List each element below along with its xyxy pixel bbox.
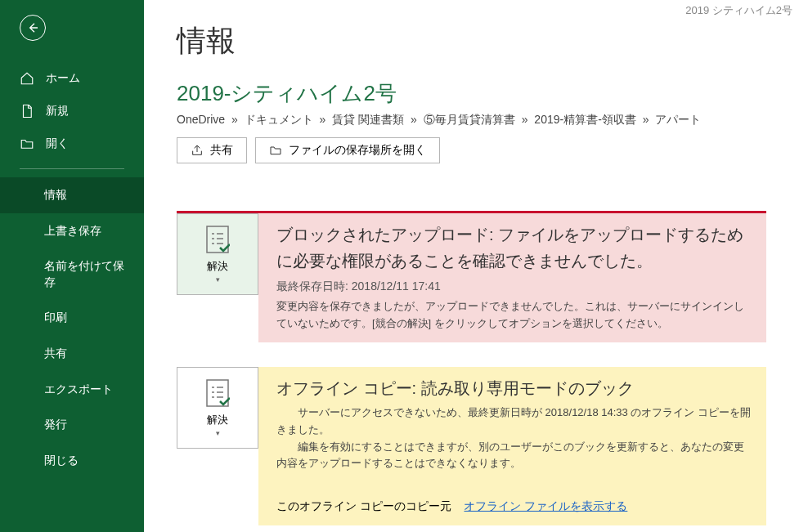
notice-line: サーバーにアクセスできないため、最終更新日時が 2018/12/18 14:33… bbox=[276, 405, 752, 439]
nav-save[interactable]: 上書き保存 bbox=[0, 213, 144, 249]
document-check-icon bbox=[205, 225, 230, 254]
main-content: 2019 シティハイム2号 情報 2019-シティハイム2号 OneDrive … bbox=[144, 0, 799, 532]
arrow-left-icon bbox=[26, 21, 39, 34]
resolve-button[interactable]: 解決 ▾ bbox=[177, 213, 258, 295]
notice-desc: 変更内容を保存できましたが、アップロードできませんでした。これは、サーバーにサイ… bbox=[276, 298, 752, 333]
nav-label: ホーム bbox=[46, 71, 80, 86]
nav-export[interactable]: エクスポート bbox=[0, 372, 144, 408]
folder-open-icon bbox=[269, 144, 282, 157]
button-label: ファイルの保存場所を開く bbox=[289, 143, 426, 158]
backstage-sidebar: ホーム 新規 開く 情報 上書き保存 名前を付けて保存 印刷 共有 エクスポート… bbox=[0, 0, 144, 532]
resolve-button[interactable]: 解決 ▾ bbox=[177, 367, 258, 449]
path-seg: ⑤毎月賃貸清算書 bbox=[424, 113, 515, 126]
path-seg: アパート bbox=[655, 113, 701, 126]
upload-blocked-notice: 解決 ▾ ブロックされたアップロード: ファイルをアップロードするために必要な権… bbox=[177, 211, 766, 342]
nav-home[interactable]: ホーム bbox=[0, 62, 144, 95]
home-icon bbox=[20, 71, 34, 86]
button-label: 共有 bbox=[210, 143, 233, 158]
nav-share[interactable]: 共有 bbox=[0, 336, 144, 372]
show-offline-file-link[interactable]: オフライン ファイルを表示する bbox=[464, 499, 627, 512]
nav-new[interactable]: 新規 bbox=[0, 95, 144, 127]
folder-open-icon bbox=[20, 136, 34, 151]
nav-label: 開く bbox=[46, 136, 69, 151]
nav-print[interactable]: 印刷 bbox=[0, 300, 144, 336]
back-button[interactable] bbox=[20, 15, 46, 41]
file-name: 2019-シティハイム2号 bbox=[177, 79, 766, 108]
path-seg: 賃貸 関連書類 bbox=[332, 113, 404, 126]
share-button[interactable]: 共有 bbox=[177, 137, 247, 163]
path-seg: OneDrive bbox=[177, 113, 225, 126]
chevron-down-icon: ▾ bbox=[216, 429, 220, 437]
share-icon bbox=[191, 144, 204, 157]
page-title: 情報 bbox=[177, 21, 766, 61]
titlebar-filename: 2019 シティハイム2号 bbox=[685, 3, 792, 18]
footer-label: このオフライン コピーのコピー元 bbox=[276, 499, 451, 512]
path-seg: ドキュメント bbox=[245, 113, 313, 126]
nav-close[interactable]: 閉じる bbox=[0, 443, 144, 479]
nav-open[interactable]: 開く bbox=[0, 127, 144, 160]
path-sep: » bbox=[522, 113, 528, 126]
path-sep: » bbox=[320, 113, 326, 126]
notice-heading: ブロックされたアップロード: ファイルをアップロードするために必要な権限があるこ… bbox=[276, 221, 752, 274]
divider bbox=[20, 168, 124, 169]
path-sep: » bbox=[643, 113, 649, 126]
file-path: OneDrive » ドキュメント » 賃貸 関連書類 » ⑤毎月賃貸清算書 »… bbox=[177, 113, 766, 127]
notice-meta: 最終保存日時: 2018/12/11 17:41 bbox=[276, 277, 752, 295]
tile-label: 解決 bbox=[207, 413, 228, 427]
nav-saveas[interactable]: 名前を付けて保存 bbox=[0, 248, 144, 300]
notice-heading: オフライン コピー: 読み取り専用モードのブック bbox=[276, 375, 752, 401]
open-file-location-button[interactable]: ファイルの保存場所を開く bbox=[255, 137, 440, 163]
notice-body: オフライン コピー: 読み取り専用モードのブック サーバーにアクセスできないため… bbox=[258, 367, 766, 525]
notice-body: ブロックされたアップロード: ファイルをアップロードするために必要な権限があるこ… bbox=[258, 213, 766, 342]
offline-copy-notice: 解決 ▾ オフライン コピー: 読み取り専用モードのブック サーバーにアクセスで… bbox=[177, 367, 766, 525]
path-seg: 2019-精算書-領収書 bbox=[534, 113, 635, 126]
notice-line: 編集を有効にすることはできますが、別のユーザーがこのブックを更新すると、あなたの… bbox=[276, 439, 752, 473]
action-row: 共有 ファイルの保存場所を開く bbox=[177, 137, 766, 163]
path-sep: » bbox=[231, 113, 238, 126]
nav-info[interactable]: 情報 bbox=[0, 177, 144, 213]
nav-publish[interactable]: 発行 bbox=[0, 407, 144, 443]
nav-label: 新規 bbox=[46, 104, 69, 118]
document-check-icon bbox=[205, 378, 230, 408]
path-sep: » bbox=[411, 113, 417, 126]
chevron-down-icon: ▾ bbox=[216, 275, 220, 284]
new-file-icon bbox=[20, 104, 34, 118]
tile-label: 解決 bbox=[207, 259, 228, 274]
notice-footer: このオフライン コピーのコピー元 オフライン ファイルを表示する bbox=[276, 497, 752, 515]
